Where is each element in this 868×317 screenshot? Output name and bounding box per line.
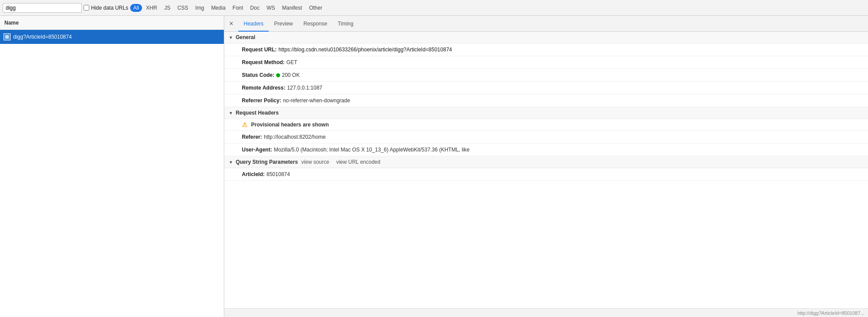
status-dot-icon bbox=[276, 73, 280, 77]
filter-btn-media[interactable]: Media bbox=[208, 4, 229, 12]
bottom-status: http://digg?ArticleId=8501087... bbox=[224, 308, 868, 317]
tab-timing[interactable]: Timing bbox=[332, 16, 359, 32]
filter-btn-font[interactable]: Font bbox=[230, 4, 246, 12]
request-item[interactable]: digg?ArticleId=85010874 bbox=[0, 30, 224, 44]
filter-btn-manifest[interactable]: Manifest bbox=[279, 4, 305, 12]
query-string-fields: ArticleId:85010874 bbox=[224, 168, 868, 181]
field-value: no-referrer-when-downgrade bbox=[283, 97, 350, 104]
general-section-header[interactable]: ▼ General bbox=[224, 32, 868, 43]
left-panel: Name digg?ArticleId=85010874 bbox=[0, 16, 224, 317]
field-value: GET bbox=[286, 58, 297, 66]
query-section-actions: view source view URL encoded bbox=[301, 159, 380, 165]
tabs-container: HeadersPreviewResponseTiming bbox=[238, 16, 359, 32]
field-row: Status Code:200 OK bbox=[224, 69, 868, 82]
hide-data-urls-checkbox[interactable] bbox=[84, 5, 89, 11]
main-layout: Name digg?ArticleId=85010874 × HeadersPr… bbox=[0, 16, 868, 317]
general-triangle-icon: ▼ bbox=[229, 35, 233, 40]
query-string-section-header[interactable]: ▼ Query String Parameters view source vi… bbox=[224, 156, 868, 168]
tab-preview[interactable]: Preview bbox=[269, 16, 298, 32]
view-url-encoded-link[interactable]: view URL encoded bbox=[336, 159, 380, 165]
filter-btn-css[interactable]: CSS bbox=[174, 4, 191, 12]
field-row: Referer:http://localhost:8202/home bbox=[224, 131, 868, 144]
filter-btn-xhr[interactable]: XHR bbox=[143, 4, 160, 12]
close-button[interactable]: × bbox=[226, 18, 237, 29]
general-fields: Request URL:https://blog.csdn.net/u01063… bbox=[224, 43, 868, 107]
right-panel: × HeadersPreviewResponseTiming ▼ General… bbox=[224, 16, 868, 317]
field-row: Remote Address:127.0.0.1:1087 bbox=[224, 82, 868, 94]
field-row: User-Agent:Mozilla/5.0 (Macintosh; Intel… bbox=[224, 144, 868, 156]
provisional-warning: ⚠ Provisional headers are shown bbox=[224, 119, 868, 131]
filter-btn-img[interactable]: Img bbox=[192, 4, 207, 12]
tab-response[interactable]: Response bbox=[298, 16, 332, 32]
toolbar: Hide data URLs AllXHRJSCSSImgMediaFontDo… bbox=[0, 0, 868, 16]
field-value: http://localhost:8202/home bbox=[264, 133, 326, 141]
field-label: Request URL: bbox=[242, 46, 277, 54]
field-value: 127.0.0.1:1087 bbox=[287, 84, 322, 92]
content-area: ▼ General Request URL:https://blog.csdn.… bbox=[224, 32, 868, 308]
request-headers-triangle-icon: ▼ bbox=[229, 111, 233, 115]
filter-btn-js[interactable]: JS bbox=[161, 4, 173, 12]
filter-buttons: AllXHRJSCSSImgMediaFontDocWSManifestOthe… bbox=[130, 4, 325, 12]
filter-btn-ws[interactable]: WS bbox=[263, 4, 278, 12]
field-label: Request Method: bbox=[242, 58, 284, 66]
request-icon bbox=[4, 33, 11, 40]
field-value: Mozilla/5.0 (Macintosh; Intel Mac OS X 1… bbox=[274, 146, 470, 154]
left-panel-header: Name bbox=[0, 16, 224, 30]
field-label: User-Agent: bbox=[242, 146, 272, 154]
view-source-link[interactable]: view source bbox=[301, 159, 329, 165]
tab-headers[interactable]: Headers bbox=[238, 16, 269, 32]
svg-rect-0 bbox=[5, 35, 9, 39]
filter-btn-doc[interactable]: Doc bbox=[247, 4, 263, 12]
request-headers-section-header[interactable]: ▼ Request Headers bbox=[224, 107, 868, 119]
request-headers-fields: Referer:http://localhost:8202/homeUser-A… bbox=[224, 131, 868, 156]
field-value: 200 OK bbox=[276, 71, 300, 79]
field-row: Request Method:GET bbox=[224, 56, 868, 69]
field-label: Remote Address: bbox=[242, 84, 285, 92]
warning-icon: ⚠ bbox=[242, 121, 248, 128]
filter-btn-all[interactable]: All bbox=[130, 4, 142, 12]
search-input[interactable] bbox=[3, 3, 82, 13]
field-row: Request URL:https://blog.csdn.net/u01063… bbox=[224, 43, 868, 56]
field-value: https://blog.csdn.net/u010633266/phoenix… bbox=[278, 46, 452, 54]
field-label: Referrer Policy: bbox=[242, 97, 281, 104]
hide-data-urls-label: Hide data URLs bbox=[84, 5, 128, 11]
filter-btn-other[interactable]: Other bbox=[306, 4, 325, 12]
field-label: Status Code: bbox=[242, 71, 274, 79]
tabs-row: × HeadersPreviewResponseTiming bbox=[224, 16, 868, 32]
field-value: 85010874 bbox=[266, 170, 290, 178]
field-label: ArticleId: bbox=[242, 170, 265, 178]
field-row: Referrer Policy:no-referrer-when-downgra… bbox=[224, 94, 868, 107]
field-row: ArticleId:85010874 bbox=[224, 168, 868, 181]
field-label: Referer: bbox=[242, 133, 262, 141]
query-triangle-icon: ▼ bbox=[229, 160, 233, 165]
